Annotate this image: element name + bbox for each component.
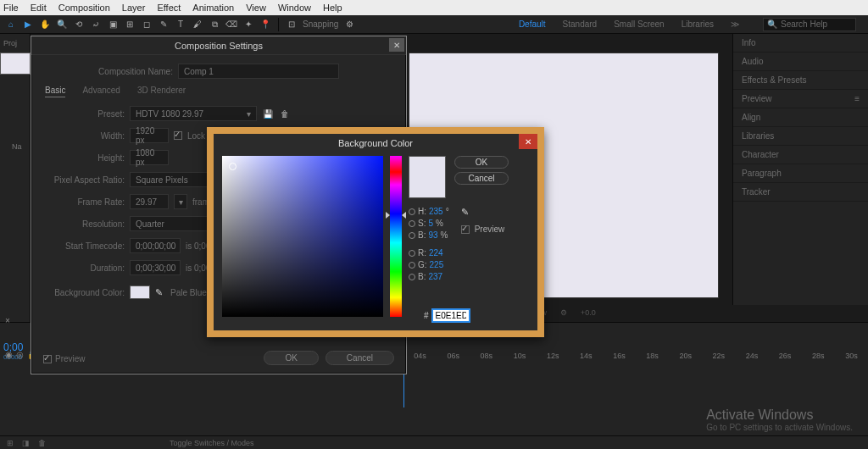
workspace-small[interactable]: Small Screen — [614, 19, 664, 29]
fps-input[interactable]: 29.97 — [130, 194, 169, 209]
res-dropdown[interactable]: Quarter — [130, 216, 214, 231]
duration-input[interactable]: 0;00;30;00 — [130, 260, 181, 275]
panel-character[interactable]: Character — [733, 146, 868, 164]
toggle-switches-label[interactable]: Toggle Switches / Modes — [170, 439, 254, 447]
h-radio[interactable] — [409, 208, 415, 215]
hue-slider[interactable] — [390, 156, 402, 317]
fps-dropdown[interactable]: ▾ — [174, 194, 187, 209]
panel-effects-presets[interactable]: Effects & Presets — [733, 71, 868, 90]
comp-cancel-button[interactable]: Cancel — [326, 351, 394, 365]
project-tab[interactable]: Proj — [3, 39, 17, 47]
panel-audio[interactable]: Audio — [733, 53, 868, 71]
snapping-label[interactable]: Snapping — [303, 19, 338, 29]
b-radio[interactable] — [409, 232, 415, 239]
color-dialog-titlebar[interactable]: Background Color ✕ — [214, 134, 537, 152]
clone-tool-icon[interactable]: ⧉ — [209, 19, 220, 30]
close-icon[interactable]: ✕ — [389, 38, 404, 52]
menu-file[interactable]: File — [3, 3, 19, 13]
menu-view[interactable]: View — [246, 3, 266, 13]
delete-preset-icon[interactable]: 🗑 — [279, 108, 291, 119]
solo-icon[interactable]: ◎ — [16, 350, 24, 359]
eyedropper-icon[interactable]: ✎ — [461, 207, 471, 217]
color-cancel-button[interactable]: Cancel — [454, 172, 509, 185]
s-value[interactable]: 5 — [428, 219, 433, 228]
orbit-tool-icon[interactable]: ⟲ — [73, 19, 85, 30]
panel-paragraph[interactable]: Paragraph — [733, 164, 868, 183]
comp-name-input[interactable]: Comp 1 — [178, 64, 339, 79]
tab-close-icon[interactable]: × — [5, 316, 10, 325]
footer-icon[interactable]: 🗑 — [38, 439, 46, 447]
eye-icon[interactable]: ◉ — [5, 350, 13, 359]
name-column-header[interactable]: Na — [12, 142, 22, 151]
color-ok-button[interactable]: OK — [454, 156, 509, 169]
workspace-standard[interactable]: Standard — [563, 19, 598, 29]
roto-tool-icon[interactable]: ✦ — [242, 19, 254, 30]
brush-tool-icon[interactable]: 🖌 — [192, 19, 203, 30]
workspace-default[interactable]: Default — [519, 19, 546, 29]
rotate-tool-icon[interactable]: ⤾ — [90, 19, 102, 30]
lock-aspect-checkbox[interactable] — [174, 131, 182, 140]
snap-opt-icon[interactable]: ⚙ — [343, 19, 355, 30]
h-value[interactable]: 235 — [429, 207, 443, 216]
footer-icon[interactable]: ⊞ — [7, 439, 14, 447]
dialog-titlebar[interactable]: Composition Settings ✕ — [31, 36, 406, 55]
type-tool-icon[interactable]: T — [175, 19, 186, 30]
pen-tool-icon[interactable]: ✎ — [158, 19, 170, 30]
menu-window[interactable]: Window — [278, 3, 311, 13]
workspace-libraries[interactable]: Libraries — [682, 19, 714, 29]
par-dropdown[interactable]: Square Pixels — [130, 172, 214, 187]
r-value[interactable]: 224 — [429, 248, 443, 258]
width-input[interactable]: 1920 px — [130, 128, 169, 143]
time-ruler[interactable]: 04s 06s 08s 10s 12s 14s 16s 18s 20s 22s … — [403, 348, 868, 363]
eyedropper-icon[interactable]: ✎ — [155, 287, 165, 297]
hand-tool-icon[interactable]: ✋ — [39, 19, 51, 30]
menu-effect[interactable]: Effect — [157, 3, 181, 13]
tab-basic[interactable]: Basic — [45, 86, 65, 97]
hex-input[interactable] — [432, 309, 470, 322]
sv-cursor[interactable] — [229, 163, 236, 170]
home-icon[interactable]: ⌂ — [5, 19, 17, 30]
shape-tool-icon[interactable]: ◻ — [141, 19, 153, 30]
g-value[interactable]: 225 — [430, 260, 444, 269]
menu-layer[interactable]: Layer — [122, 3, 146, 13]
bc-value[interactable]: 237 — [428, 272, 442, 281]
tab-advanced[interactable]: Advanced — [82, 86, 120, 97]
r-radio[interactable] — [409, 250, 415, 257]
preset-dropdown[interactable]: HDTV 1080 29.97▾ — [130, 106, 257, 121]
save-preset-icon[interactable]: 💾 — [262, 108, 274, 119]
viewer-angle[interactable]: +0.0 — [581, 308, 596, 317]
color-preview-checkbox[interactable] — [461, 225, 470, 234]
puppet-tool-icon[interactable]: 📍 — [259, 19, 271, 30]
eraser-tool-icon[interactable]: ⌫ — [225, 19, 237, 30]
panel-info[interactable]: Info — [733, 34, 868, 53]
height-input[interactable]: 1080 px — [130, 150, 169, 165]
bgcolor-swatch[interactable] — [130, 285, 150, 299]
close-icon[interactable]: ✕ — [519, 134, 537, 149]
menu-help[interactable]: Help — [323, 3, 342, 13]
s-radio[interactable] — [409, 220, 415, 227]
panel-preview[interactable]: Preview≡ — [733, 90, 868, 108]
menu-composition[interactable]: Composition — [58, 3, 110, 13]
menu-edit[interactable]: Edit — [31, 3, 47, 13]
snapping-icon[interactable]: ⊡ — [286, 19, 298, 30]
selection-tool-icon[interactable]: ▶ — [22, 19, 34, 30]
tab-3d-renderer[interactable]: 3D Renderer — [137, 86, 186, 97]
zoom-tool-icon[interactable]: 🔍 — [56, 19, 68, 30]
workspace-more-icon[interactable]: ≫ — [731, 19, 739, 29]
panel-libraries[interactable]: Libraries — [733, 127, 868, 146]
camera-tool-icon[interactable]: ▣ — [107, 19, 119, 30]
settings-icon[interactable]: ⚙ — [560, 308, 567, 317]
saturation-value-field[interactable] — [222, 156, 383, 317]
menu-animation[interactable]: Animation — [192, 3, 234, 13]
panel-align[interactable]: Align — [733, 108, 868, 127]
bc-radio[interactable] — [409, 274, 415, 280]
help-search-input[interactable]: 🔍 Search Help — [763, 18, 856, 31]
b-value[interactable]: 93 — [428, 230, 437, 240]
start-tc-input[interactable]: 0;00;00;00 — [130, 238, 181, 253]
g-radio[interactable] — [409, 262, 415, 269]
comp-preview-checkbox[interactable] — [43, 355, 52, 363]
panel-menu-icon[interactable]: ≡ — [854, 94, 860, 103]
project-thumb[interactable] — [0, 53, 31, 75]
comp-ok-button[interactable]: OK — [264, 351, 318, 365]
pan-behind-tool-icon[interactable]: ⊞ — [124, 19, 136, 30]
